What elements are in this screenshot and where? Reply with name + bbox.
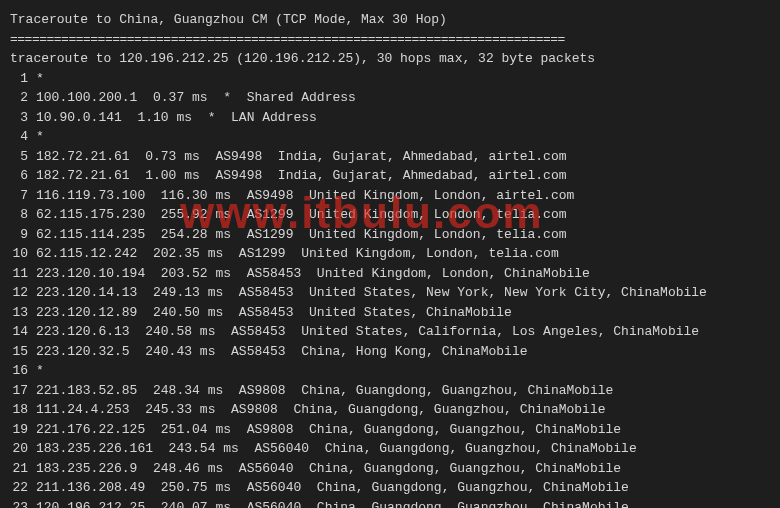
traceroute-info: traceroute to 120.196.212.25 (120.196.21… bbox=[10, 49, 770, 69]
hop-detail: 223.120.12.89 240.50 ms AS58453 United S… bbox=[36, 303, 512, 323]
hop-row: 18111.24.4.253 245.33 ms AS9808 China, G… bbox=[10, 400, 770, 420]
hop-detail: 10.90.0.141 1.10 ms * LAN Address bbox=[36, 108, 317, 128]
hop-detail: 116.119.73.100 116.30 ms AS9498 United K… bbox=[36, 186, 574, 206]
hop-row: 7116.119.73.100 116.30 ms AS9498 United … bbox=[10, 186, 770, 206]
hop-number: 17 bbox=[10, 381, 36, 401]
hop-detail: 111.24.4.253 245.33 ms AS9808 China, Gua… bbox=[36, 400, 606, 420]
hop-detail: 62.115.114.235 254.28 ms AS1299 United K… bbox=[36, 225, 567, 245]
hop-row: 5182.72.21.61 0.73 ms AS9498 India, Guja… bbox=[10, 147, 770, 167]
hop-number: 15 bbox=[10, 342, 36, 362]
hop-number: 16 bbox=[10, 361, 36, 381]
hop-row: 23120.196.212.25 240.07 ms AS56040 China… bbox=[10, 498, 770, 509]
hop-number: 6 bbox=[10, 166, 36, 186]
traceroute-header: Traceroute to China, Guangzhou CM (TCP M… bbox=[10, 10, 770, 30]
hop-row: 12223.120.14.13 249.13 ms AS58453 United… bbox=[10, 283, 770, 303]
hop-number: 10 bbox=[10, 244, 36, 264]
hop-detail: 120.196.212.25 240.07 ms AS56040 China, … bbox=[36, 498, 629, 509]
hop-detail: 62.115.175.230 255.92 ms AS1299 United K… bbox=[36, 205, 567, 225]
hop-number: 13 bbox=[10, 303, 36, 323]
hop-detail: * bbox=[36, 69, 44, 89]
hop-row: 1062.115.12.242 202.35 ms AS1299 United … bbox=[10, 244, 770, 264]
hop-number: 14 bbox=[10, 322, 36, 342]
hop-detail: 182.72.21.61 1.00 ms AS9498 India, Gujar… bbox=[36, 166, 567, 186]
hop-number: 18 bbox=[10, 400, 36, 420]
separator-line: ========================================… bbox=[10, 30, 770, 50]
hops-container: 1*2100.100.200.1 0.37 ms * Shared Addres… bbox=[10, 69, 770, 509]
hop-detail: 182.72.21.61 0.73 ms AS9498 India, Gujar… bbox=[36, 147, 567, 167]
hop-number: 19 bbox=[10, 420, 36, 440]
hop-row: 20183.235.226.161 243.54 ms AS56040 Chin… bbox=[10, 439, 770, 459]
hop-number: 23 bbox=[10, 498, 36, 509]
hop-row: 4* bbox=[10, 127, 770, 147]
hop-row: 17221.183.52.85 248.34 ms AS9808 China, … bbox=[10, 381, 770, 401]
hop-number: 2 bbox=[10, 88, 36, 108]
hop-row: 1* bbox=[10, 69, 770, 89]
hop-number: 9 bbox=[10, 225, 36, 245]
hop-number: 8 bbox=[10, 205, 36, 225]
hop-row: 310.90.0.141 1.10 ms * LAN Address bbox=[10, 108, 770, 128]
hop-number: 11 bbox=[10, 264, 36, 284]
hop-row: 16* bbox=[10, 361, 770, 381]
hop-number: 3 bbox=[10, 108, 36, 128]
hop-detail: 223.120.14.13 249.13 ms AS58453 United S… bbox=[36, 283, 707, 303]
hop-row: 2100.100.200.1 0.37 ms * Shared Address bbox=[10, 88, 770, 108]
hop-detail: * bbox=[36, 127, 44, 147]
hop-row: 21183.235.226.9 248.46 ms AS56040 China,… bbox=[10, 459, 770, 479]
hop-detail: 62.115.12.242 202.35 ms AS1299 United Ki… bbox=[36, 244, 559, 264]
hop-detail: 221.176.22.125 251.04 ms AS9808 China, G… bbox=[36, 420, 621, 440]
hop-row: 14223.120.6.13 240.58 ms AS58453 United … bbox=[10, 322, 770, 342]
hop-detail: 223.120.32.5 240.43 ms AS58453 China, Ho… bbox=[36, 342, 527, 362]
hop-detail: * bbox=[36, 361, 44, 381]
hop-row: 13223.120.12.89 240.50 ms AS58453 United… bbox=[10, 303, 770, 323]
hop-detail: 183.235.226.9 248.46 ms AS56040 China, G… bbox=[36, 459, 621, 479]
hop-detail: 211.136.208.49 250.75 ms AS56040 China, … bbox=[36, 478, 629, 498]
terminal-output: Traceroute to China, Guangzhou CM (TCP M… bbox=[10, 10, 770, 508]
hop-number: 4 bbox=[10, 127, 36, 147]
hop-row: 19221.176.22.125 251.04 ms AS9808 China,… bbox=[10, 420, 770, 440]
hop-detail: 223.120.6.13 240.58 ms AS58453 United St… bbox=[36, 322, 699, 342]
hop-row: 22211.136.208.49 250.75 ms AS56040 China… bbox=[10, 478, 770, 498]
hop-number: 12 bbox=[10, 283, 36, 303]
hop-row: 962.115.114.235 254.28 ms AS1299 United … bbox=[10, 225, 770, 245]
hop-number: 22 bbox=[10, 478, 36, 498]
hop-number: 5 bbox=[10, 147, 36, 167]
hop-detail: 100.100.200.1 0.37 ms * Shared Address bbox=[36, 88, 356, 108]
hop-detail: 221.183.52.85 248.34 ms AS9808 China, Gu… bbox=[36, 381, 613, 401]
hop-number: 1 bbox=[10, 69, 36, 89]
hop-number: 7 bbox=[10, 186, 36, 206]
hop-number: 20 bbox=[10, 439, 36, 459]
hop-row: 15223.120.32.5 240.43 ms AS58453 China, … bbox=[10, 342, 770, 362]
hop-detail: 183.235.226.161 243.54 ms AS56040 China,… bbox=[36, 439, 637, 459]
hop-row: 11223.120.10.194 203.52 ms AS58453 Unite… bbox=[10, 264, 770, 284]
hop-row: 862.115.175.230 255.92 ms AS1299 United … bbox=[10, 205, 770, 225]
hop-row: 6182.72.21.61 1.00 ms AS9498 India, Guja… bbox=[10, 166, 770, 186]
hop-number: 21 bbox=[10, 459, 36, 479]
hop-detail: 223.120.10.194 203.52 ms AS58453 United … bbox=[36, 264, 590, 284]
